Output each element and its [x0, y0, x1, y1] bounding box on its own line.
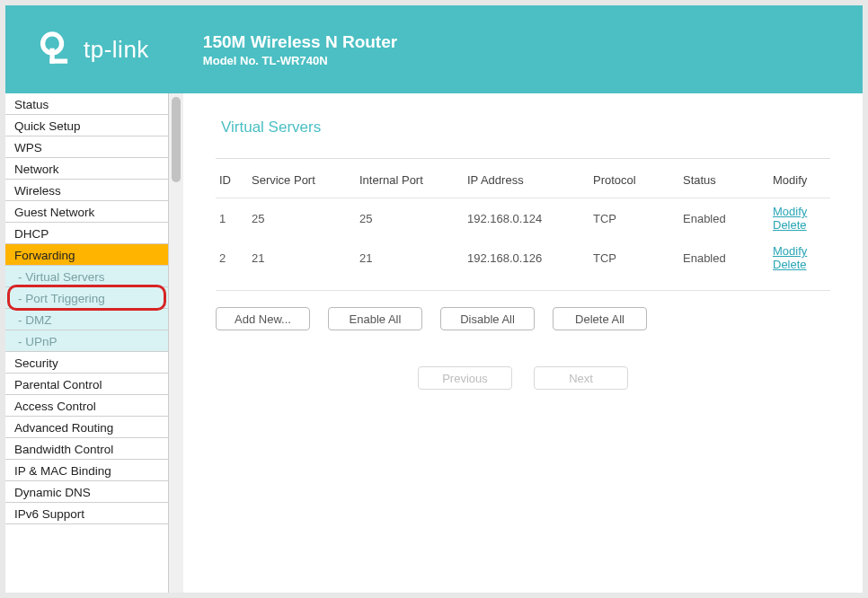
sidebar-item[interactable]: WPS — [5, 136, 168, 158]
sidebar-item[interactable]: Security — [5, 351, 168, 374]
sidebar-item[interactable]: - UPnP — [5, 330, 168, 352]
sidebar-item[interactable]: Access Control — [5, 394, 168, 417]
sidebar-item[interactable]: Dynamic DNS — [5, 480, 168, 503]
cell-service-port: 21 — [248, 238, 356, 277]
sidebar-item[interactable]: Parental Control — [5, 373, 168, 395]
table-header-row: ID Service Port Internal Port IP Address… — [216, 168, 830, 198]
next-button[interactable]: Next — [534, 366, 628, 390]
cell-protocol: TCP — [589, 238, 679, 277]
cell-modify: Modify Delete — [769, 238, 830, 277]
sidebar-item[interactable]: IPv6 Support — [5, 502, 168, 524]
cell-ip-address: 192.168.0.124 — [464, 198, 589, 239]
sidebar-item[interactable]: Guest Network — [5, 200, 168, 223]
sidebar-item[interactable]: DHCP — [5, 222, 168, 244]
sidebar-scrollbar-track[interactable] — [169, 93, 183, 593]
sidebar-item-highlighted: - Port Triggering — [5, 286, 168, 309]
sidebar-item[interactable]: Status — [5, 93, 168, 115]
sidebar-item[interactable]: Forwarding — [5, 243, 168, 266]
sidebar-item[interactable]: Wireless — [5, 179, 168, 201]
col-ip-address: IP Address — [464, 168, 589, 198]
product-title: 150M Wireless N Router — [203, 32, 397, 52]
virtual-servers-table: ID Service Port Internal Port IP Address… — [216, 168, 830, 277]
sidebar-item[interactable]: - DMZ — [5, 308, 168, 330]
col-protocol: Protocol — [589, 168, 679, 198]
product-model: Model No. TL-WR740N — [203, 54, 397, 67]
modify-link[interactable]: Modify — [773, 205, 807, 218]
tplink-logo-icon — [37, 31, 75, 68]
modify-link[interactable]: Modify — [773, 244, 807, 258]
header-titles: 150M Wireless N Router Model No. TL-WR74… — [203, 32, 397, 67]
table-row: 22121192.168.0.126TCPEnabledModify Delet… — [216, 238, 830, 277]
cell-id: 2 — [216, 238, 248, 277]
main-content: Virtual Servers ID Service Port Internal… — [183, 93, 863, 593]
add-new-button[interactable]: Add New... — [216, 307, 310, 330]
cell-ip-address: 192.168.0.126 — [464, 238, 589, 277]
cell-id: 1 — [216, 198, 248, 239]
delete-link[interactable]: Delete — [773, 218, 807, 232]
cell-service-port: 25 — [248, 198, 356, 239]
sidebar-item[interactable]: IP & MAC Binding — [5, 459, 168, 481]
sidebar-nav: StatusQuick SetupWPSNetworkWirelessGuest… — [5, 93, 169, 593]
sidebar-item[interactable]: Bandwidth Control — [5, 437, 168, 460]
cell-internal-port: 25 — [356, 198, 464, 239]
disable-all-button[interactable]: Disable All — [440, 307, 535, 330]
sidebar-item[interactable]: - Virtual Servers — [5, 265, 168, 287]
sidebar-item[interactable]: Network — [5, 157, 168, 180]
cell-status: Enabled — [679, 198, 769, 239]
brand-logo: tp-link — [37, 31, 149, 68]
brand-text: tp-link — [84, 36, 149, 64]
col-modify: Modify — [769, 168, 830, 198]
col-status: Status — [679, 168, 769, 198]
sidebar-item[interactable]: Quick Setup — [5, 114, 168, 136]
cell-status: Enabled — [679, 238, 769, 277]
delete-link[interactable]: Delete — [773, 258, 807, 271]
col-service-port: Service Port — [248, 168, 356, 198]
cell-internal-port: 21 — [356, 238, 464, 277]
enable-all-button[interactable]: Enable All — [328, 307, 422, 330]
sidebar-item[interactable]: - Port Triggering — [5, 286, 168, 309]
action-button-row: Add New... Enable All Disable All Delete… — [216, 290, 830, 330]
table-row: 12525192.168.0.124TCPEnabledModify Delet… — [216, 198, 830, 239]
sidebar-item[interactable]: Advanced Routing — [5, 416, 168, 438]
app-header: tp-link 150M Wireless N Router Model No.… — [5, 5, 863, 93]
sidebar-scrollbar-thumb[interactable] — [172, 97, 181, 182]
delete-all-button[interactable]: Delete All — [553, 307, 647, 330]
col-id: ID — [216, 168, 248, 198]
cell-protocol: TCP — [589, 198, 679, 239]
page-title: Virtual Servers — [221, 119, 830, 136]
col-internal-port: Internal Port — [356, 168, 464, 198]
svg-rect-2 — [49, 59, 67, 64]
divider — [216, 158, 830, 159]
cell-modify: Modify Delete — [769, 198, 830, 239]
previous-button[interactable]: Previous — [418, 366, 512, 390]
pager-row: Previous Next — [216, 366, 830, 390]
